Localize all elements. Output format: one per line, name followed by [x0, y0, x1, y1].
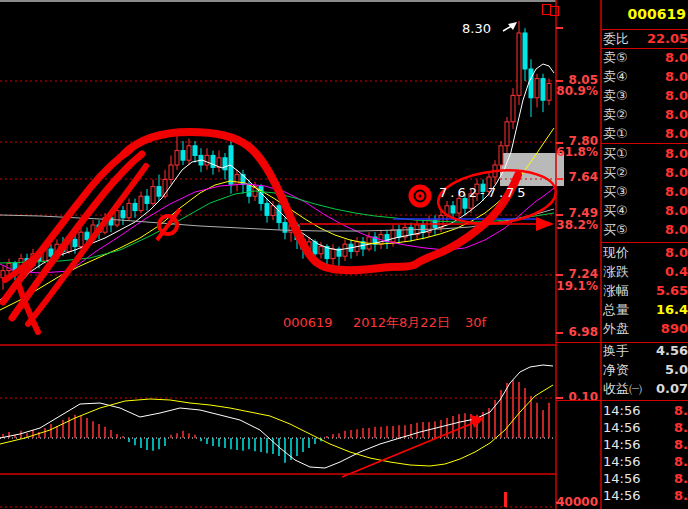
sell-3-row: 卖③8.0 — [603, 88, 688, 104]
panel-divider — [556, 400, 688, 401]
candle-body — [511, 95, 515, 121]
eps-row: 收益㈠0.07 — [603, 381, 688, 397]
axis-label: 80.9% — [552, 85, 598, 97]
candle-body — [457, 199, 461, 213]
candle-body — [205, 155, 209, 165]
total-volume-row: 总量16.4 — [603, 302, 688, 318]
change-percent-label: 涨幅 — [603, 283, 629, 299]
price-change-value: 0.4 — [665, 264, 688, 280]
window-top-edge — [0, 0, 556, 2]
buy-4-row: 买④8.0 — [603, 203, 688, 219]
tick-label: 14:56 — [603, 454, 640, 470]
candle-body — [193, 146, 197, 156]
sell-5-row: 卖⑤8.0 — [603, 50, 688, 66]
footer-period: 30f — [465, 316, 486, 330]
current-price-value: 8.0 — [665, 245, 688, 261]
sell-2-label: 卖② — [603, 107, 628, 123]
tick-row: 14:568. — [603, 488, 688, 504]
tick-label: 14:56 — [603, 420, 640, 436]
candle-body — [223, 158, 227, 170]
current-price-label: 现价 — [603, 245, 629, 261]
candle-body — [85, 232, 89, 239]
candle-body — [115, 211, 119, 225]
candle-body — [157, 187, 161, 197]
candle-body — [523, 33, 527, 69]
eps-label: 收益㈠ — [603, 381, 642, 397]
sell-2-value[interactable]: 8.0 — [665, 107, 688, 123]
tick-value: 8. — [674, 454, 688, 470]
axis-label: 40000 — [552, 496, 598, 508]
candle-body — [541, 79, 545, 101]
candle-body — [391, 230, 395, 242]
buy-2-row: 买②8.0 — [603, 165, 688, 181]
turnover-rate-row: 换手4.56 — [603, 343, 688, 359]
candle-body — [343, 244, 347, 256]
candle-body — [145, 196, 149, 203]
peak-arrowhead — [508, 22, 517, 30]
restore-window-icon — [550, 6, 559, 16]
candle-body — [181, 151, 185, 161]
tick-value: 8. — [674, 403, 688, 419]
candle-body — [397, 230, 401, 237]
net-assets-row: 净资5.0 — [603, 362, 688, 378]
stock-app-window: 8.30 7.62-7.75 000619 2012年8月22日 30f 000… — [0, 0, 688, 509]
panel-divider — [601, 242, 688, 243]
outer-volume-value: 890 — [661, 321, 688, 337]
buy-5-row: 买⑤8.0 — [603, 222, 688, 238]
candle-body — [529, 69, 533, 98]
panel-divider — [556, 342, 688, 343]
sell-4-label: 卖④ — [603, 69, 628, 85]
buy-3-value[interactable]: 8.0 — [665, 184, 688, 200]
footer-date: 2012年8月22日 — [353, 316, 450, 330]
candle-body — [313, 242, 317, 254]
tick-row: 14:568. — [603, 420, 688, 436]
candle-body — [331, 249, 335, 259]
candle-body — [277, 206, 281, 223]
candle-body — [517, 33, 521, 95]
volume-bar — [504, 492, 507, 507]
buy-2-value[interactable]: 8.0 — [665, 165, 688, 181]
candle-body — [49, 249, 53, 256]
candle-body — [235, 175, 239, 185]
panel-divider — [601, 29, 688, 30]
buy-4-value[interactable]: 8.0 — [665, 203, 688, 219]
candle-body — [169, 165, 173, 179]
buy-3-row: 买③8.0 — [603, 184, 688, 200]
sell-4-value[interactable]: 8.0 — [665, 69, 688, 85]
sell-5-value[interactable]: 8.0 — [665, 50, 688, 66]
axis-label: 19.1% — [552, 280, 598, 292]
axis-label: 61.8% — [552, 146, 598, 158]
tick-value: 8. — [674, 420, 688, 436]
candle-body — [421, 225, 425, 232]
macd-histogram — [3, 380, 549, 463]
candle-body — [133, 203, 137, 210]
price-range-annotation: 7.62-7.75 — [439, 186, 529, 200]
tick-row: 14:568. — [603, 454, 688, 470]
buy-5-value[interactable]: 8.0 — [665, 222, 688, 238]
weibi-ratio-label: 委比 — [603, 31, 629, 47]
sell-1-row: 卖①8.0 — [603, 126, 688, 142]
candle-body — [187, 146, 191, 160]
buy-3-label: 买③ — [603, 184, 628, 200]
restore-window-icon[interactable] — [542, 3, 559, 16]
tick-row: 14:568. — [603, 437, 688, 453]
candle-body — [535, 79, 539, 98]
tick-label: 14:56 — [603, 471, 640, 487]
candle-body — [1, 271, 5, 278]
sell-1-value[interactable]: 8.0 — [665, 126, 688, 142]
candle-body — [175, 151, 179, 165]
scribble-mark-right — [411, 187, 429, 205]
sell-1-label: 卖① — [603, 126, 628, 142]
weibi-ratio-row: 委比22.05 — [603, 31, 688, 47]
candle-body — [73, 239, 77, 246]
peak-price-annotation: 8.30 — [462, 22, 491, 36]
tick-label: 14:56 — [603, 488, 640, 504]
tick-row: 14:568. — [603, 403, 688, 419]
axis-label: 6.98 — [552, 326, 598, 338]
buy-1-value[interactable]: 8.0 — [665, 146, 688, 162]
net-assets-label: 净资 — [603, 362, 629, 378]
sell-3-value[interactable]: 8.0 — [665, 88, 688, 104]
eps-value: 0.07 — [656, 381, 688, 397]
panel-divider — [601, 48, 688, 49]
candle-body — [505, 122, 509, 146]
